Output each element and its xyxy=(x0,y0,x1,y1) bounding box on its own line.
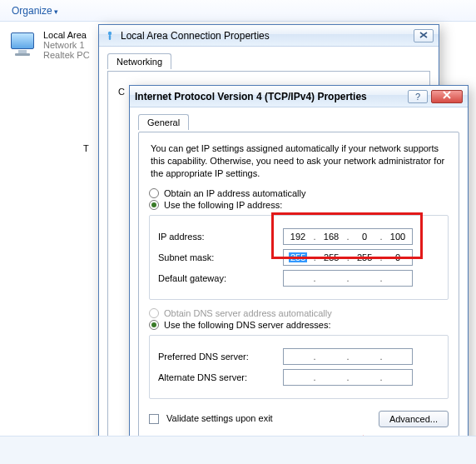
explorer-statusbar xyxy=(0,436,476,464)
ipv4-titlebar[interactable]: Internet Protocol Version 4 (TCP/IPv4) P… xyxy=(130,86,468,107)
lac-titlebar[interactable]: Local Area Connection Properties xyxy=(99,25,439,47)
radio-obtain-dns-label: Obtain DNS server address automatically xyxy=(164,308,332,318)
validate-settings-label: Validate settings upon exit xyxy=(166,413,273,423)
input-ip-address[interactable]: 192. 168. 0. 100 xyxy=(283,228,413,245)
advanced-button[interactable]: Advanced... xyxy=(379,411,449,427)
lac-close-button[interactable] xyxy=(414,29,434,42)
radio-use-ip-label: Use the following IP address: xyxy=(164,200,282,210)
radio-use-dns[interactable] xyxy=(149,320,159,330)
adapter-network: Network 1 xyxy=(43,40,90,50)
input-preferred-dns[interactable]: . . . xyxy=(283,348,413,365)
input-alternate-dns[interactable]: . . . xyxy=(283,369,413,386)
ipv4-close-button[interactable] xyxy=(431,90,463,103)
adapter-device: Realtek PC xyxy=(43,50,90,60)
network-adapter-icon xyxy=(7,30,38,58)
validate-settings-row[interactable]: Validate settings upon exit xyxy=(149,413,273,424)
radio-use-ip[interactable] xyxy=(149,200,159,210)
label-subnet-mask: Subnet mask: xyxy=(158,252,283,262)
network-connection-item[interactable]: Local Area Network 1 Realtek PC xyxy=(7,30,90,60)
svg-point-0 xyxy=(108,31,112,34)
radio-obtain-ip-label: Obtain an IP address automatically xyxy=(164,188,305,198)
ipv4-help-button[interactable]: ? xyxy=(408,90,428,103)
validate-settings-checkbox[interactable] xyxy=(149,414,159,424)
input-subnet-mask[interactable]: 255. 255. 255. 0 xyxy=(283,249,413,266)
ipv4-tab-panel: You can get IP settings assigned automat… xyxy=(138,132,459,438)
svg-rect-1 xyxy=(109,35,111,40)
lac-tab-networking[interactable]: Networking xyxy=(107,53,171,69)
ip-address-group: IP address: 192. 168. 0. 100 Subnet mask… xyxy=(149,215,449,300)
explorer-body: Local Area Network 1 Realtek PC Local Ar… xyxy=(0,22,476,464)
ipv4-description: You can get IP settings assigned automat… xyxy=(149,141,449,187)
explorer-toolbar: Organize xyxy=(0,0,476,22)
input-default-gateway[interactable]: . . . xyxy=(283,270,413,287)
label-ip-address: IP address: xyxy=(158,232,283,242)
radio-obtain-dns xyxy=(149,308,159,318)
ipv4-properties-dialog: Internet Protocol Version 4 (TCP/IPv4) P… xyxy=(129,85,469,464)
network-adapter-labels: Local Area Network 1 Realtek PC xyxy=(43,30,90,60)
radio-use-dns-label: Use the following DNS server addresses: xyxy=(164,320,331,330)
lac-title: Local Area Connection Properties xyxy=(121,30,410,42)
label-alternate-dns: Alternate DNS server: xyxy=(158,372,283,382)
truncated-letter: T xyxy=(83,143,89,153)
label-default-gateway: Default gateway: xyxy=(158,273,283,283)
dns-group: Preferred DNS server: . . . Alternate DN… xyxy=(149,335,449,399)
adapter-name: Local Area xyxy=(43,30,90,40)
ipv4-title: Internet Protocol Version 4 (TCP/IPv4) P… xyxy=(135,91,404,102)
label-preferred-dns: Preferred DNS server: xyxy=(158,352,283,362)
organize-menu-button[interactable]: Organize xyxy=(7,3,63,18)
radio-obtain-ip[interactable] xyxy=(149,188,159,198)
lac-title-icon xyxy=(104,30,116,42)
ipv4-tab-general[interactable]: General xyxy=(138,114,189,130)
